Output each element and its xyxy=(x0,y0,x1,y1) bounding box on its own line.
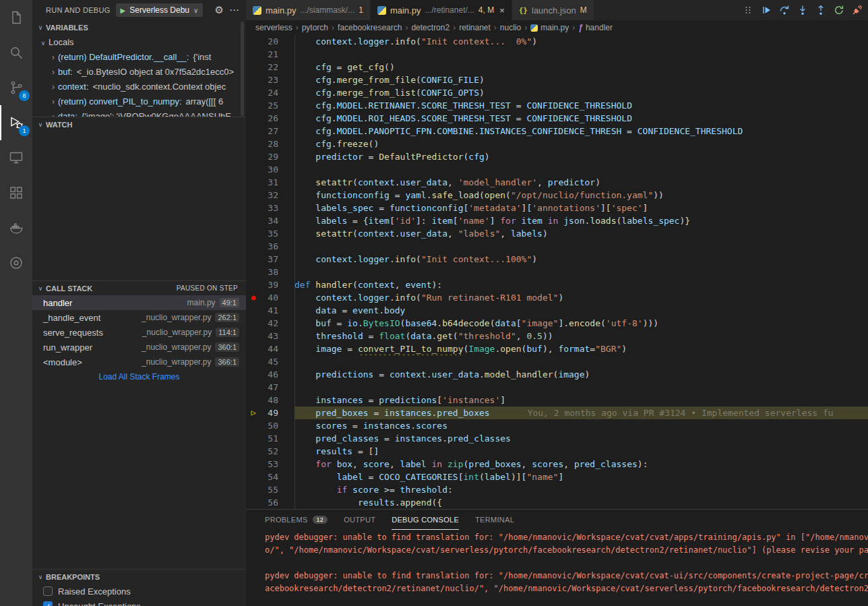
variables-scrollbar[interactable] xyxy=(241,22,244,116)
activity-item-docker[interactable] xyxy=(0,210,32,245)
glyph-margin[interactable] xyxy=(246,458,261,471)
code-text[interactable]: context.logger.info("Init context... 0%"… xyxy=(294,35,868,48)
code-text[interactable] xyxy=(294,163,868,176)
debug-start-icon[interactable]: ▶ xyxy=(121,7,126,14)
code-text[interactable]: cfg = get_cfg() xyxy=(294,61,868,73)
glyph-margin[interactable] xyxy=(246,138,261,150)
checkbox[interactable] xyxy=(43,586,53,596)
code-text[interactable]: def handler(context, event): xyxy=(294,278,868,291)
glyph-margin[interactable] xyxy=(246,317,261,330)
glyph-margin[interactable] xyxy=(246,150,261,163)
code-text[interactable]: context.logger.info("Init context...100%… xyxy=(294,253,868,266)
debug-console-output[interactable]: pydev debugger: unable to find translati… xyxy=(265,531,868,606)
breakpoint-row[interactable]: Raised Exceptions xyxy=(32,584,246,599)
code-text[interactable]: cfg.freeze() xyxy=(294,138,868,150)
stack-frame[interactable]: handlermain.py49:1 xyxy=(32,295,246,310)
code-text[interactable]: threshold = float(data.get("threshold", … xyxy=(294,330,868,342)
glyph-margin[interactable] xyxy=(246,253,261,266)
code-text[interactable]: data = event.body xyxy=(294,304,868,317)
step-over-icon[interactable] xyxy=(779,5,790,16)
glyph-margin[interactable] xyxy=(246,471,261,483)
close-tab-icon[interactable]: × xyxy=(499,5,505,16)
glyph-margin[interactable] xyxy=(246,125,261,138)
code-text[interactable] xyxy=(294,381,868,394)
glyph-margin[interactable] xyxy=(246,483,261,496)
code-text[interactable]: results = [] xyxy=(294,445,868,458)
code-text[interactable]: results.append({ xyxy=(294,496,868,509)
watch-section-header[interactable]: ∨ WATCH xyxy=(32,117,246,131)
glyph-margin[interactable] xyxy=(246,189,261,202)
variable-row[interactable]: ›(return) convert_PIL_to_numpy:array([[[… xyxy=(32,94,246,109)
activity-item-extensions[interactable] xyxy=(0,175,32,210)
code-text[interactable]: labels = {item['id']: item['name'] for i… xyxy=(294,214,868,227)
variable-row[interactable]: ›(return) DefaultPredictor.__call__:{'in… xyxy=(32,50,246,65)
code-text[interactable] xyxy=(294,355,868,368)
checkbox[interactable]: ✓ xyxy=(43,601,53,606)
code-text[interactable] xyxy=(294,48,868,61)
code-text[interactable]: cfg.MODEL.ROI_HEADS.SCORE_THRESH_TEST = … xyxy=(294,112,868,125)
code-text[interactable]: context.logger.info("Run retinanet-R101 … xyxy=(294,291,868,304)
glyph-margin[interactable] xyxy=(246,381,261,394)
code-text[interactable]: setattr(context.user_data, "labels", lab… xyxy=(294,227,868,240)
breakpoint-row[interactable]: ✓Uncaught Exceptions xyxy=(32,599,246,606)
breadcrumb-item[interactable]: nuclio xyxy=(500,23,521,32)
glyph-margin[interactable] xyxy=(246,35,261,48)
more-actions-icon[interactable]: ⋯ xyxy=(229,4,239,16)
glyph-margin[interactable] xyxy=(246,496,261,509)
editor-tab[interactable]: main.py.../retinanet/...4, M× xyxy=(371,0,512,20)
glyph-margin[interactable] xyxy=(246,368,261,381)
code-text[interactable]: instances = predictions['instances'] xyxy=(294,394,868,406)
code-text[interactable]: scores = instances.scores xyxy=(294,419,868,432)
code-text[interactable]: cfg.MODEL.PANOPTIC_FPN.COMBINE.INSTANCES… xyxy=(294,125,868,138)
load-all-stack-frames-link[interactable]: Load All Stack Frames xyxy=(32,369,246,384)
disconnect-icon[interactable] xyxy=(852,5,863,16)
breadcrumb-item[interactable]: ƒhandler xyxy=(578,23,613,32)
glyph-margin[interactable] xyxy=(246,99,261,112)
panel-tab-problems[interactable]: PROBLEMS12 xyxy=(265,510,328,530)
code-text[interactable]: label = COCO_CATEGORIES[int(label)]["nam… xyxy=(294,471,868,483)
breadcrumb-item[interactable]: pytorch xyxy=(302,23,328,32)
code-text[interactable]: cfg.merge_from_list(CONFIG_OPTS) xyxy=(294,86,868,99)
glyph-margin[interactable] xyxy=(246,112,261,125)
variable-row[interactable]: ›data:{'image': 'iVBORw0KGgoAAAANSUhE xyxy=(32,109,246,117)
step-out-icon[interactable] xyxy=(815,5,826,16)
step-into-icon[interactable] xyxy=(797,5,808,16)
glyph-margin[interactable] xyxy=(246,202,261,214)
glyph-margin[interactable] xyxy=(246,355,261,368)
code-text[interactable]: pred_classes = instances.pred_classes xyxy=(294,432,868,445)
breadcrumb-item[interactable]: facebookresearch xyxy=(338,23,402,32)
panel-tab-debug-console[interactable]: DEBUG CONSOLE xyxy=(392,510,459,530)
glyph-margin[interactable] xyxy=(246,432,261,445)
code-text[interactable]: setattr(context.user_data, 'model_handle… xyxy=(294,176,868,189)
glyph-margin[interactable] xyxy=(246,86,261,99)
variables-scope-row[interactable]: ∨Locals xyxy=(32,35,246,50)
glyph-margin[interactable] xyxy=(246,445,261,458)
gripper-icon[interactable] xyxy=(743,5,753,16)
glyph-margin[interactable] xyxy=(246,278,261,291)
continue-icon[interactable] xyxy=(761,5,772,16)
glyph-margin[interactable] xyxy=(246,214,261,227)
debug-config-picker[interactable]: ▶ Serverless Debu ∨ xyxy=(116,3,204,17)
current-line-arrow-icon[interactable]: ▷ xyxy=(246,406,261,419)
glyph-margin[interactable] xyxy=(246,240,261,253)
activity-item-test-explorer[interactable] xyxy=(0,245,32,280)
code-text[interactable]: functionconfig = yaml.safe_load(open("/o… xyxy=(294,189,868,202)
glyph-margin[interactable] xyxy=(246,342,261,355)
glyph-margin[interactable] xyxy=(246,163,261,176)
variable-row[interactable]: ›buf:<_io.BytesIO object at 0x7f5a2dc1ec… xyxy=(32,65,246,80)
panel-tab-terminal[interactable]: TERMINAL xyxy=(475,510,514,530)
code-editor[interactable]: 20 context.logger.info("Init context... … xyxy=(246,35,868,509)
activity-item-search[interactable] xyxy=(0,35,32,70)
activity-item-run-and-debug[interactable]: 1 xyxy=(0,105,32,140)
stack-frame[interactable]: <module>_nuclio_wrapper.py366:1 xyxy=(32,355,246,369)
code-text[interactable]: predictor = DefaultPredictor(cfg) xyxy=(294,150,868,163)
stack-frame[interactable]: _handle_event_nuclio_wrapper.py262:1 xyxy=(32,310,246,325)
code-text[interactable] xyxy=(294,240,868,253)
editor-tab[interactable]: main.py.../siammask/...1 xyxy=(246,0,371,20)
glyph-margin[interactable] xyxy=(246,419,261,432)
variables-section-header[interactable]: ∨ VARIABLES xyxy=(32,20,246,35)
code-text[interactable]: buf = io.BytesIO(base64.b64decode(data["… xyxy=(294,317,868,330)
glyph-margin[interactable] xyxy=(246,304,261,317)
glyph-margin[interactable] xyxy=(246,48,261,61)
glyph-margin[interactable] xyxy=(246,176,261,189)
